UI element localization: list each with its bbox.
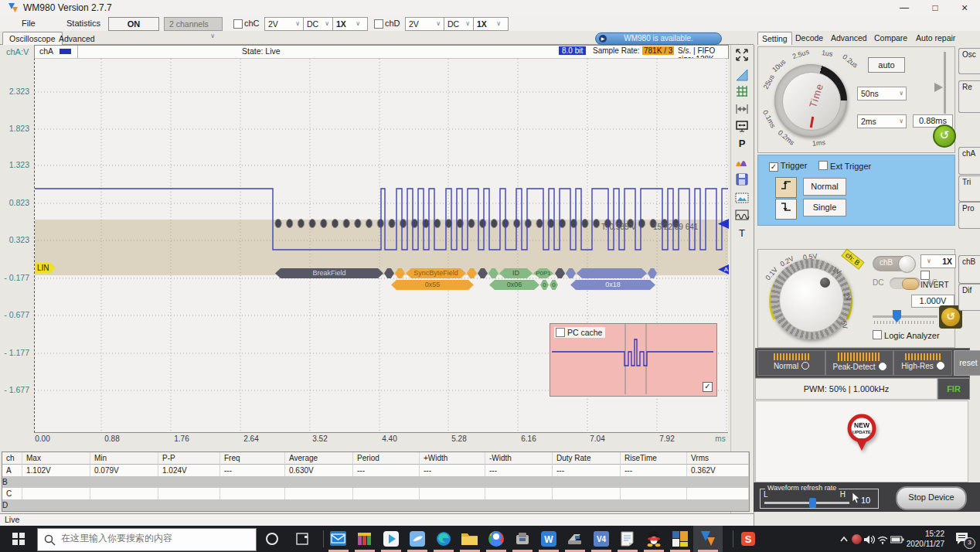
taskbar-app-wps[interactable]: W xyxy=(536,526,562,552)
taskbar-app-explorer[interactable] xyxy=(457,526,483,552)
rising-edge-button[interactable] xyxy=(775,177,797,198)
p-tool-icon[interactable]: P xyxy=(733,138,751,155)
taskbar-app-notepad[interactable] xyxy=(614,526,641,552)
taskbar-app-scanner[interactable] xyxy=(562,526,588,552)
y-tick-label: 0.323 xyxy=(0,235,29,244)
falling-edge-button[interactable] xyxy=(775,199,797,220)
grid-icon[interactable] xyxy=(733,83,751,101)
taskbar-app-tiles[interactable] xyxy=(667,526,693,552)
taskbar-app-chrome[interactable] xyxy=(483,526,509,552)
taskbar-search[interactable] xyxy=(37,528,257,551)
chevron-down-icon: ∨ xyxy=(295,18,300,30)
minimize-button[interactable]: — xyxy=(889,0,920,15)
channel-tab-chA[interactable]: chA xyxy=(39,46,53,56)
side-tab-tri[interactable]: Tri xyxy=(958,175,980,202)
refresh-slider-thumb[interactable] xyxy=(809,498,816,508)
new-update-pin-icon[interactable]: NEWUPDATE xyxy=(846,414,878,454)
pc-cache-overview[interactable]: PC cache ✓ xyxy=(550,323,717,397)
auto-button[interactable]: auto xyxy=(868,57,905,73)
network-wifi-icon[interactable] xyxy=(876,532,889,546)
tab-setting[interactable]: Setting xyxy=(757,32,792,45)
timebase-reset-icon[interactable]: ↺ xyxy=(933,124,956,148)
menu-statistics[interactable]: Statistics xyxy=(62,17,105,29)
notification-center-button[interactable]: 3 xyxy=(954,530,974,547)
trigger-single-button[interactable]: Single xyxy=(803,199,846,216)
taskbar-clock[interactable]: 15:22 2020/11/27 xyxy=(895,529,944,549)
ext-trigger-checkbox[interactable]: Ext Trigger xyxy=(818,161,871,171)
width-cursor-icon[interactable] xyxy=(733,101,751,118)
taskbar-app-wm980-active[interactable] xyxy=(693,526,723,552)
time-fine-slider[interactable] xyxy=(944,52,946,114)
t-tool-icon[interactable]: T xyxy=(733,227,751,244)
acq-reset-button[interactable]: reset xyxy=(954,350,980,376)
chC-volt-select[interactable]: 2V∨ xyxy=(264,17,308,31)
trigger-checkbox[interactable]: Trigger xyxy=(769,161,807,172)
invert-checkbox[interactable]: INVERT xyxy=(920,271,954,289)
taskbar-app-vmware[interactable]: V4 xyxy=(588,526,614,552)
cache-confirm-checkbox[interactable]: ✓ xyxy=(703,382,713,392)
save-icon[interactable] xyxy=(733,172,751,189)
coarse-timebase-select[interactable]: 2ms∨ xyxy=(857,114,907,128)
ruler-icon[interactable] xyxy=(733,67,751,84)
slider-pointer-icon[interactable] xyxy=(934,83,943,92)
taskbar-app-edge[interactable] xyxy=(430,526,457,552)
logic-analyzer-checkbox[interactable]: Logic Analyzer xyxy=(873,330,940,340)
task-view-button[interactable] xyxy=(288,526,318,552)
refresh-rate-slider[interactable] xyxy=(764,502,849,504)
snapshot-icon[interactable] xyxy=(733,190,751,207)
chD-checkbox[interactable] xyxy=(374,19,383,29)
chC-checkbox[interactable] xyxy=(233,19,243,29)
cortana-button[interactable] xyxy=(257,526,288,552)
trigger-normal-button[interactable]: Normal xyxy=(803,178,846,196)
acq-peak-detect-button[interactable]: Peak-Detect xyxy=(825,350,893,376)
tray-chevron-up-icon[interactable] xyxy=(838,532,850,546)
chD-volt-select[interactable]: 2V∨ xyxy=(405,17,448,31)
side-tab-pro[interactable]: Pro xyxy=(958,202,980,229)
chD-probe-select[interactable]: 1X∨ xyxy=(473,17,509,31)
taskbar-app-winrar[interactable] xyxy=(352,526,378,552)
taskbar-app-player[interactable] xyxy=(378,526,404,552)
maximize-button[interactable]: □ xyxy=(920,0,951,15)
taskbar-app-xunlei[interactable] xyxy=(404,526,430,552)
tab-advanced[interactable]: Advanced xyxy=(53,32,101,45)
side-tab-dif[interactable]: Dif xyxy=(958,284,980,311)
tab-advanced-right[interactable]: Advanced xyxy=(827,32,871,44)
side-tab-chb[interactable]: chB xyxy=(958,255,980,284)
side-tab-osc[interactable]: Osc xyxy=(958,48,980,74)
on-button[interactable]: ON xyxy=(108,17,159,31)
taskbar-app-qq[interactable] xyxy=(641,526,667,552)
tab-decode[interactable]: Decode xyxy=(791,32,827,44)
fir-button[interactable]: FIR xyxy=(937,378,970,400)
histogram-icon[interactable] xyxy=(733,153,751,170)
tray-sogou[interactable]: S xyxy=(739,526,757,552)
taskbar-app-box[interactable] xyxy=(509,526,536,552)
coupling-toggle[interactable] xyxy=(890,278,920,289)
fit-screen-icon[interactable] xyxy=(733,47,751,64)
pc-cache-checkbox[interactable]: PC cache xyxy=(554,327,605,338)
volume-icon[interactable] xyxy=(863,532,875,546)
time-knob[interactable]: Time xyxy=(774,64,847,137)
chC-probe-select[interactable]: 1X∨ xyxy=(332,17,368,31)
channel-b-toggle[interactable]: chB xyxy=(873,256,914,271)
search-input[interactable] xyxy=(60,532,252,544)
fine-timebase-select[interactable]: 50ns∨ xyxy=(857,87,907,101)
acq-normal-button[interactable]: Normal xyxy=(757,350,825,376)
acq-high-res-button[interactable]: High-Res xyxy=(893,350,952,376)
stop-device-button[interactable]: Stop Device xyxy=(896,486,967,510)
start-button[interactable] xyxy=(0,526,37,552)
screen-cursor-icon[interactable] xyxy=(733,118,751,135)
taskbar-app-mail[interactable] xyxy=(325,526,352,552)
close-button[interactable]: × xyxy=(949,0,980,15)
chevron-down-icon: ∨ xyxy=(899,115,903,128)
side-tab-cha[interactable]: chA xyxy=(958,147,980,175)
tab-auto-repair[interactable]: Auto repair xyxy=(912,32,959,44)
reference-wave-icon[interactable] xyxy=(733,207,751,224)
tab-compare[interactable]: Compare xyxy=(870,32,911,44)
menu-file[interactable]: File xyxy=(17,17,40,29)
side-tab-re[interactable]: Re xyxy=(958,80,980,113)
tray-app-icon[interactable] xyxy=(850,532,863,546)
waveform-plot[interactable]: T: 0.585 V 15:22:39 641 A LIN BreakField… xyxy=(34,58,728,433)
offset-slider[interactable] xyxy=(873,310,937,325)
probe-select[interactable]: ∨1X xyxy=(920,254,956,268)
channels-select[interactable]: 2 channels∨ xyxy=(164,17,223,31)
